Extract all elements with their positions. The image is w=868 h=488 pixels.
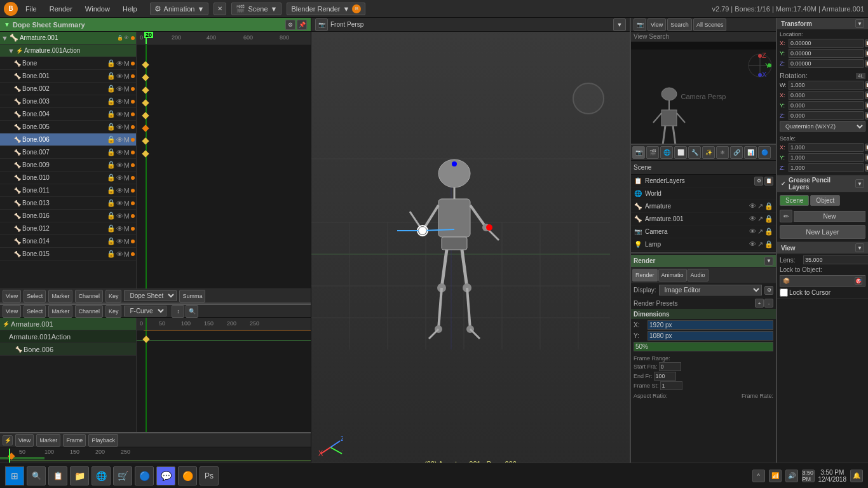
frame-st-input[interactable] (660, 381, 682, 390)
rot-z-copy[interactable]: 📋 (865, 112, 868, 119)
rot-x-input[interactable] (789, 91, 864, 100)
list-item[interactable]: ▼ ⚡ Armature.001Action (0, 44, 136, 57)
audio-tab[interactable]: Audio (688, 269, 709, 281)
rot-y-input[interactable] (789, 101, 864, 110)
loc-x-input[interactable] (789, 39, 864, 48)
gp-object-btn[interactable]: Object (810, 195, 840, 206)
blender-logo[interactable]: B (4, 2, 18, 16)
scale-x-copy[interactable]: 📋 (865, 144, 868, 151)
timeline-editor-icon[interactable]: ⚡ (3, 435, 13, 445)
menu-window[interactable]: Window (83, 4, 112, 14)
list-item[interactable]: 🦴 Bone.002 🔒👁M (0, 83, 136, 95)
props-render-tab[interactable]: 📷 (632, 146, 645, 159)
nav-all-scenes-btn[interactable]: All Scenes (693, 18, 727, 31)
fcurve-mode-selector[interactable]: F-Curve (124, 306, 166, 316)
fcurve-key-menu[interactable]: Key (105, 305, 122, 318)
list-item[interactable]: 🦴 Bone.001 🔒👁M (0, 70, 136, 83)
animation-tab[interactable]: Animatio (658, 269, 687, 281)
timeline-view-btn[interactable]: View (15, 434, 34, 447)
timeline-playback-btn[interactable]: Playback (88, 434, 118, 447)
gp-pencil-icon[interactable]: ✏ (780, 210, 792, 222)
taskbar-photoshop[interactable]: Ps (200, 466, 219, 485)
dope-pin-icon[interactable]: 📌 (297, 20, 307, 30)
gp-expand[interactable]: ▼ (855, 179, 864, 188)
list-item[interactable]: 🦴 Bone.012 🔒👁M (0, 222, 136, 235)
fcurve-tool1[interactable]: ↕ (172, 305, 184, 318)
close-left-editor[interactable]: ✕ (214, 3, 226, 15)
scale-z-copy[interactable]: 📋 (865, 164, 868, 172)
list-item[interactable]: 🦴 Bone.005 🔒👁M (0, 121, 136, 133)
dope-settings-icon[interactable]: ⚙ (285, 20, 295, 30)
fcurve-select-menu[interactable]: Select (24, 305, 46, 318)
dope-key-menu[interactable]: Key (105, 290, 122, 302)
ime-icon[interactable]: 3:50 PM (802, 470, 815, 482)
dope-view-menu[interactable]: View (3, 290, 21, 302)
list-item[interactable]: 🦴 Bone.009 🔒👁M (0, 159, 136, 172)
taskbar-edge[interactable]: 🌐 (92, 466, 111, 485)
scene-selector[interactable]: 🎬 Scene ▼ (231, 3, 281, 15)
list-item[interactable]: 🦴 Bone.003 🔒👁M (0, 95, 136, 108)
renderer-selector[interactable]: Blender Render ▼ B (287, 3, 365, 15)
viewport-editor-icon[interactable]: 📷 (315, 18, 328, 31)
taskbar-blender[interactable]: 🟠 (178, 466, 197, 485)
dope-mode-selector[interactable]: Dope Sheet (124, 290, 177, 301)
gp-scene-btn[interactable]: Scene (780, 195, 809, 206)
list-item[interactable]: 🦴 Bone.011 🔒👁M (0, 184, 136, 197)
nav-search-btn[interactable]: Search (667, 18, 692, 31)
scene-item-world[interactable]: 🌐 World (631, 187, 776, 200)
res-x-input[interactable] (648, 320, 773, 330)
props-modifier-tab[interactable]: 🔧 (688, 146, 701, 159)
remove-preset[interactable]: - (764, 299, 773, 308)
scene-item-renderlayers[interactable]: 📋 RenderLayers ⚙ 📋 (631, 175, 776, 187)
list-item[interactable]: 🦴 Bone.006 (0, 343, 136, 356)
list-item[interactable]: 🦴 Bone.010 🔒👁M (0, 172, 136, 184)
taskbar-search[interactable]: 🔍 (27, 466, 46, 485)
props-scene-tab[interactable]: 🎬 (646, 146, 659, 159)
props-material-tab[interactable]: 🔵 (758, 146, 771, 159)
render-tab[interactable]: Render (632, 269, 658, 281)
render-layers-settings[interactable]: ⚙ (754, 177, 763, 186)
props-world-tab[interactable]: 🌐 (660, 146, 673, 159)
list-item[interactable]: 🦴 Bone.007 🔒👁M (0, 146, 136, 159)
dope-channel-menu[interactable]: Channel (75, 290, 103, 302)
viewport-toggle1[interactable]: ▼ (613, 18, 626, 31)
render-expand[interactable]: ▼ (764, 257, 773, 266)
loc-z-copy[interactable]: 📋 (865, 60, 868, 67)
menu-file[interactable]: File (23, 4, 39, 14)
rot-w-copy[interactable]: 📋 (865, 81, 868, 89)
lock-cursor-checkbox[interactable] (780, 288, 788, 297)
nav-view-btn[interactable]: View (648, 18, 666, 31)
loc-y-input[interactable] (789, 49, 864, 58)
view-expand[interactable]: ▼ (855, 243, 864, 252)
res-y-input[interactable] (648, 331, 773, 341)
dope-marker-menu[interactable]: Marker (48, 290, 72, 302)
render-layers-icon2[interactable]: 📋 (764, 177, 773, 186)
props-particles-tab[interactable]: ✨ (702, 146, 715, 159)
scale-input[interactable] (634, 342, 773, 351)
menu-render[interactable]: Render (47, 4, 75, 14)
timeline-frame-btn[interactable]: Frame (63, 434, 86, 447)
rot-y-copy[interactable]: 📋 (865, 102, 868, 109)
list-item[interactable]: 🦴 Bone.014 🔒👁M (0, 235, 136, 248)
timeline-marker-btn[interactable]: Marker (36, 434, 60, 447)
fcurve-tool2[interactable]: 🔍 (186, 305, 198, 318)
gp-new-layer-btn[interactable]: New Layer (780, 225, 865, 239)
loc-x-copy[interactable]: 📋 (865, 39, 868, 47)
scale-y-copy[interactable]: 📋 (865, 154, 868, 161)
taskbar-explorer[interactable]: 📁 (70, 466, 89, 485)
windows-start[interactable]: ⊞ (5, 466, 24, 485)
list-item[interactable]: 🦴 Bone.015 🔒👁M (0, 248, 136, 261)
taskbar-store[interactable]: 🛒 (113, 466, 132, 485)
fcurve-channel-menu[interactable]: Channel (75, 305, 103, 318)
gp-new-btn[interactable]: New (794, 211, 865, 222)
props-data-tab[interactable]: 📊 (744, 146, 757, 159)
network-icon[interactable]: 📶 (769, 470, 782, 482)
scene-item-camera[interactable]: 📷 Camera 👁↗🔒 (631, 226, 776, 238)
display-settings[interactable]: ⚙ (764, 286, 773, 295)
scale-z-input[interactable] (789, 163, 864, 172)
system-tray[interactable]: ^ (752, 470, 765, 482)
dope-timeline-area[interactable]: 0 200 400 600 800 (137, 32, 311, 288)
scene-item-armature001[interactable]: 🦴 Armature.001 👁↗🔒 (631, 213, 776, 226)
list-item[interactable]: Armature.001Action (0, 330, 136, 343)
loc-z-input[interactable] (789, 59, 864, 68)
